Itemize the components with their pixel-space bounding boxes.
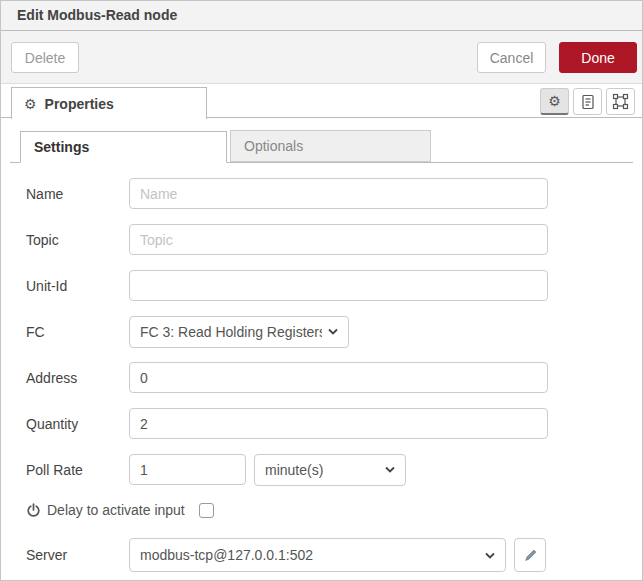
delay-label-text: Delay to activate input (47, 502, 185, 518)
fc-row: FC FC 3: Read Holding Registers (26, 316, 642, 347)
tab-settings[interactable]: Settings (20, 131, 227, 163)
tab-properties-label: Properties (45, 96, 114, 112)
edit-node-dialog: Edit Modbus-Read node Delete Cancel Done… (0, 0, 643, 581)
quantity-row: Quantity (26, 408, 642, 439)
pencil-icon (523, 548, 538, 563)
fc-select[interactable]: FC 3: Read Holding Registers (129, 316, 349, 348)
tab-properties[interactable]: ⚙ Properties (11, 87, 207, 119)
delete-button[interactable]: Delete (11, 42, 79, 73)
editor-tab-icon-buttons: ⚙ (540, 88, 635, 115)
server-label: Server (26, 547, 129, 563)
cancel-button[interactable]: Cancel (477, 42, 546, 73)
settings-optionals-tabs: Settings Optionals (10, 131, 633, 163)
power-icon (26, 503, 41, 518)
tab-optionals[interactable]: Optionals (230, 130, 431, 162)
poll-rate-row: Poll Rate minute(s) (26, 454, 642, 485)
server-select-value: modbus-tcp@127.0.0.1:502 (140, 547, 479, 563)
unit-id-row: Unit-Id (26, 270, 642, 301)
poll-rate-input[interactable] (129, 454, 246, 485)
address-label: Address (26, 370, 129, 386)
gear-icon: ⚙ (24, 97, 37, 111)
appearance-frame-icon (612, 93, 629, 110)
dialog-title: Edit Modbus-Read node (1, 1, 642, 31)
fc-label: FC (26, 324, 129, 340)
fc-select-value: FC 3: Read Holding Registers (140, 324, 322, 340)
poll-rate-unit-value: minute(s) (265, 462, 379, 478)
chevron-down-icon (328, 328, 338, 335)
quantity-input[interactable] (129, 408, 548, 439)
description-button[interactable] (573, 88, 602, 115)
topic-row: Topic (26, 224, 642, 255)
unit-id-input[interactable] (129, 270, 548, 301)
properties-gear-button[interactable]: ⚙ (540, 88, 569, 115)
chevron-down-icon (385, 466, 395, 473)
editor-tab-row: ⚙ Properties ⚙ (1, 84, 642, 118)
poll-rate-label: Poll Rate (26, 462, 129, 478)
appearance-button[interactable] (606, 88, 635, 115)
quantity-label: Quantity (26, 416, 129, 432)
delay-label: Delay to activate input (26, 502, 199, 518)
chevron-down-icon (485, 552, 495, 559)
name-label: Name (26, 186, 129, 202)
name-row: Name (26, 178, 642, 209)
delay-checkbox[interactable] (199, 503, 214, 518)
topic-label: Topic (26, 232, 129, 248)
gear-icon: ⚙ (548, 94, 561, 108)
dialog-toolbar: Delete Cancel Done (1, 31, 642, 84)
address-input[interactable] (129, 362, 548, 393)
settings-form: Name Topic Unit-Id FC FC 3: Read Holding… (1, 163, 642, 572)
edit-server-button[interactable] (514, 538, 546, 572)
delay-row: Delay to activate input (26, 500, 642, 520)
address-row: Address (26, 362, 642, 393)
poll-rate-unit-select[interactable]: minute(s) (254, 454, 406, 486)
unit-id-label: Unit-Id (26, 278, 129, 294)
name-input[interactable] (129, 178, 548, 209)
server-select[interactable]: modbus-tcp@127.0.0.1:502 (129, 538, 506, 572)
server-row: Server modbus-tcp@127.0.0.1:502 (26, 538, 642, 572)
done-button[interactable]: Done (559, 42, 637, 73)
topic-input[interactable] (129, 224, 548, 255)
document-icon (581, 94, 595, 110)
